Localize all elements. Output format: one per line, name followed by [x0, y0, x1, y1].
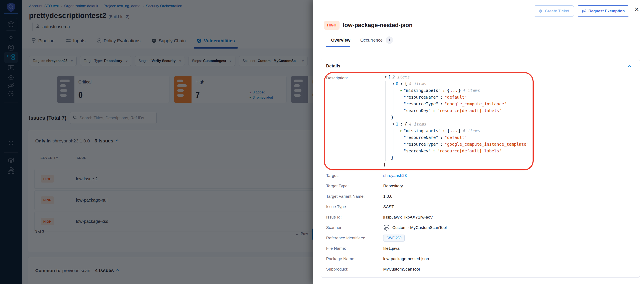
field-row-target: Target:shreyansh23 — [326, 172, 631, 179]
create-ticket-button[interactable]: Create Ticket — [534, 6, 574, 17]
json-line: "searchKey":"resource[default].labels" — [383, 107, 531, 114]
json-line: } — [383, 154, 531, 161]
json-token: "missingLabels" — [404, 128, 441, 133]
json-token: ... — [450, 128, 458, 133]
field-value: SAST — [383, 204, 394, 209]
json-line: ] — [383, 161, 531, 168]
target-link[interactable]: shreyansh23 — [383, 173, 407, 178]
json-line: ▶"missingLabels":{...}4 items — [383, 127, 531, 134]
json-token: : — [440, 135, 442, 140]
drawer-tab-overview[interactable]: Overview — [331, 38, 350, 43]
field-row-packagename: Package Name:low-package-nested-json — [326, 255, 631, 262]
close-icon[interactable]: ✕ — [634, 7, 639, 13]
tabs-divider — [325, 48, 640, 48]
json-token: 4 items — [409, 122, 426, 126]
description-label: Description: — [326, 76, 348, 80]
json-token: : — [440, 95, 442, 99]
json-line: "resourceType":"google_compute_instance_… — [383, 141, 531, 148]
request-exemption-button[interactable]: Request Exemption — [577, 6, 629, 17]
json-line: ▶"missingLabels":{...}4 items — [383, 87, 531, 94]
button-label: Request Exemption — [588, 9, 625, 14]
json-token: "resourceName" — [404, 95, 438, 99]
json-token: "default" — [445, 135, 467, 140]
field-value: CWE-259 — [383, 235, 405, 241]
json-token: : — [440, 142, 442, 147]
button-label: Create Ticket — [545, 9, 569, 14]
collapse-node-icon[interactable]: ▼ — [391, 82, 396, 85]
field-row-scanner: Scanner:Custom - MyCustomScanTool — [326, 224, 631, 231]
field-label: Target: — [326, 173, 383, 178]
json-token: 4 items — [409, 81, 426, 86]
field-row-filename: File Name:file1.java — [326, 245, 631, 252]
json-line: ▼[2 items — [383, 73, 531, 80]
json-token: 2 items — [392, 75, 410, 79]
field-value: low-package-nested-json — [383, 256, 429, 261]
field-value: jHspJaWxTIkpAXY1Iw-acV — [383, 215, 433, 220]
json-line: } — [383, 114, 531, 120]
json-token: : — [443, 88, 445, 93]
expand-node-icon[interactable]: ▶ — [399, 129, 404, 132]
field-label: Issue Id: — [326, 215, 383, 220]
json-token: 0 — [396, 81, 398, 86]
json-token: : — [400, 122, 402, 126]
json-line: ▼0:{4 items — [383, 80, 531, 87]
field-value: 1.0.0 — [383, 194, 392, 199]
field-row-issuetype: Issue Type:SAST — [326, 203, 631, 210]
expand-node-icon[interactable]: ▶ — [399, 89, 404, 92]
json-indent-guide — [393, 87, 394, 114]
json-token: : — [433, 108, 435, 113]
description-json-viewer: ▼[2 items▼0:{4 items▶"missingLabels":{..… — [383, 73, 531, 168]
field-row-targettype: Target Type:Repository — [326, 182, 631, 190]
field-row-referenceidentifiers: Reference Identifiers:CWE-259 — [326, 234, 631, 241]
json-token: "resourceName" — [404, 135, 438, 140]
field-value: Custom - MyCustomScanTool — [383, 224, 447, 231]
json-line: "searchKey":"resource[default].labels" — [383, 148, 531, 154]
json-token: "searchKey" — [404, 108, 431, 113]
drawer-tab-occurrence[interactable]: Occurrence1 — [360, 36, 393, 44]
field-label: Target Type: — [326, 184, 383, 188]
json-token: } — [391, 115, 394, 120]
exemption-slash-icon — [582, 9, 586, 13]
json-token: : — [400, 81, 402, 86]
json-token: "resource[default].labels" — [437, 149, 502, 153]
diamond-ticket-icon — [538, 9, 543, 13]
json-token: { — [405, 81, 407, 86]
collapse-node-icon[interactable]: ▼ — [383, 75, 388, 78]
field-label: Target Variant Name: — [326, 194, 383, 199]
drawer-scrim[interactable] — [0, 0, 313, 284]
drawer-tab-label: Occurrence — [360, 38, 382, 43]
drawer-actions: Create TicketRequest Exemption — [534, 6, 629, 17]
json-token: "resourceType" — [404, 142, 438, 147]
json-token: [ — [388, 75, 390, 79]
json-token: { — [405, 122, 407, 126]
issue-severity-badge: HIGH — [324, 21, 340, 30]
json-token: : — [440, 101, 442, 106]
issue-details-drawer: ✕ Create TicketRequest Exemption HIGH lo… — [313, 0, 644, 284]
json-line: "resourceName":"default" — [383, 134, 531, 141]
issue-tabs: OverviewOccurrence1 — [331, 36, 393, 44]
json-token: ] — [383, 162, 386, 167]
active-tab-underline — [326, 46, 350, 47]
collapse-details-icon[interactable] — [627, 64, 632, 70]
json-token: : — [433, 149, 435, 153]
json-line: "resourceName":"default" — [383, 94, 531, 100]
field-label: Scanner: — [326, 225, 383, 230]
json-token: "missingLabels" — [404, 88, 441, 93]
json-token: ... — [450, 88, 458, 93]
json-token: "resourceType" — [404, 101, 438, 106]
field-label: Subproduct: — [326, 267, 383, 272]
field-row-subproduct: Subproduct:MyCustomScanTool — [326, 265, 631, 273]
collapse-node-icon[interactable]: ▼ — [391, 122, 396, 125]
json-token: 4 items — [463, 88, 480, 93]
occurrence-count-badge: 1 — [386, 36, 393, 44]
cwe-reference-pill[interactable]: CWE-259 — [383, 235, 405, 241]
field-value: Repository — [383, 184, 403, 188]
issue-title: low-package-nested-json — [343, 22, 413, 29]
json-token: { — [447, 128, 450, 133]
json-token: "google_compute_instance_template" — [445, 142, 529, 147]
json-token: "default" — [445, 95, 467, 99]
details-heading: Details — [326, 64, 340, 69]
json-token: } — [458, 88, 461, 93]
details-card: Details Description: ▼[2 items▼0:{4 item… — [321, 59, 640, 278]
json-token: "searchKey" — [404, 149, 431, 153]
